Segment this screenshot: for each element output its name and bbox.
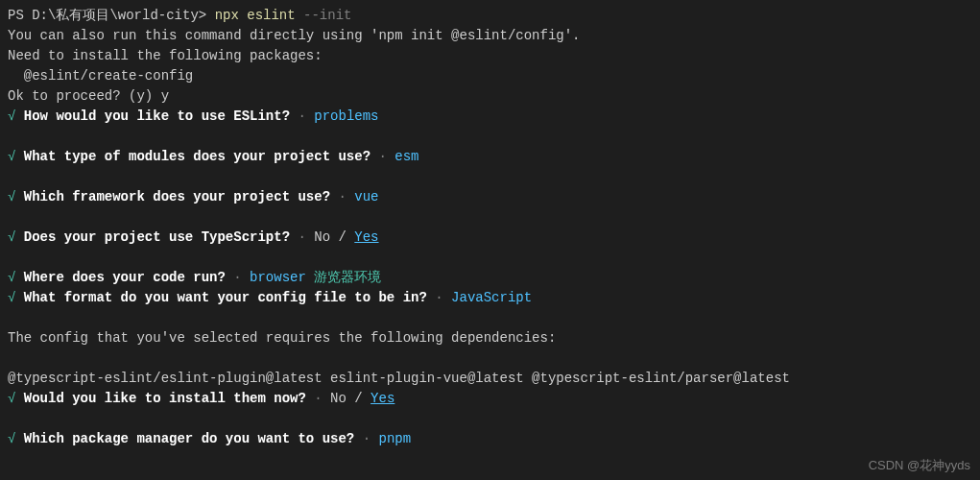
shell-prompt: PS D:\私有项目\world-city> <box>8 8 215 23</box>
separator: · <box>290 229 314 245</box>
option-yes: Yes <box>354 229 378 245</box>
deps-intro: The config that you've selected requires… <box>8 328 972 348</box>
question-text: Which framework does your project use? <box>15 189 330 204</box>
question-line: √ How would you like to use ESLint? · pr… <box>8 107 972 127</box>
separator: · <box>354 431 378 446</box>
command-flag: --init <box>303 8 351 23</box>
answer-note: 游览器环境 <box>306 270 381 285</box>
question-text: Does your project use TypeScript? <box>15 229 290 245</box>
question-line: √ Which package manager do you want to u… <box>8 429 972 449</box>
answer-value: JavaScript <box>451 290 532 305</box>
question-line: √ Would you like to install them now? · … <box>8 389 972 409</box>
blank-line <box>8 409 972 429</box>
blank-line <box>8 207 972 228</box>
command-text: npx eslint <box>215 8 303 23</box>
question-line: √ What type of modules does your project… <box>8 147 972 167</box>
option-slash: / <box>330 229 354 245</box>
blank-line <box>8 127 972 147</box>
question-line: √ Which framework does your project use?… <box>8 187 972 207</box>
separator: · <box>226 270 250 285</box>
answer-value: vue <box>354 189 378 204</box>
separator: · <box>370 149 394 164</box>
answer-value: esm <box>394 149 418 164</box>
option-yes: Yes <box>370 391 394 406</box>
deps-list: @typescript-eslint/eslint-plugin@latest … <box>8 369 972 389</box>
question-line: √ Does your project use TypeScript? · No… <box>8 228 972 248</box>
info-line: You can also run this command directly u… <box>8 26 972 46</box>
question-text: How would you like to use ESLint? <box>15 108 290 124</box>
info-line: Need to install the following packages: <box>8 46 972 66</box>
answer-value: browser <box>250 270 306 285</box>
answer-value: pnpm <box>378 431 411 446</box>
terminal-output[interactable]: PS D:\私有项目\world-city> npx eslint --init… <box>8 6 972 449</box>
question-text: Which package manager do you want to use… <box>15 431 354 446</box>
blank-line <box>8 308 972 328</box>
proceed-prompt: Ok to proceed? (y) y <box>8 86 972 107</box>
info-line: @eslint/create-config <box>8 66 972 86</box>
question-line: √ Where does your code run? · browser 游览… <box>8 268 972 288</box>
question-text: What format do you want your config file… <box>15 290 426 305</box>
question-text: What type of modules does your project u… <box>15 149 370 164</box>
separator: · <box>427 290 451 305</box>
prompt-line: PS D:\私有项目\world-city> npx eslint --init <box>8 6 972 26</box>
question-text: Would you like to install them now? <box>15 391 305 406</box>
option-slash: / <box>347 391 370 406</box>
question-text: Where does your code run? <box>15 270 225 285</box>
watermark-text: CSDN @花神yyds <box>869 456 970 475</box>
blank-line <box>8 248 972 268</box>
separator: · <box>306 391 330 406</box>
separator: · <box>290 108 314 124</box>
answer-value: problems <box>314 108 378 124</box>
separator: · <box>330 189 354 204</box>
question-line: √ What format do you want your config fi… <box>8 288 972 308</box>
option-no: No <box>330 391 347 406</box>
blank-line <box>8 348 972 369</box>
option-no: No <box>314 229 330 245</box>
blank-line <box>8 167 972 187</box>
